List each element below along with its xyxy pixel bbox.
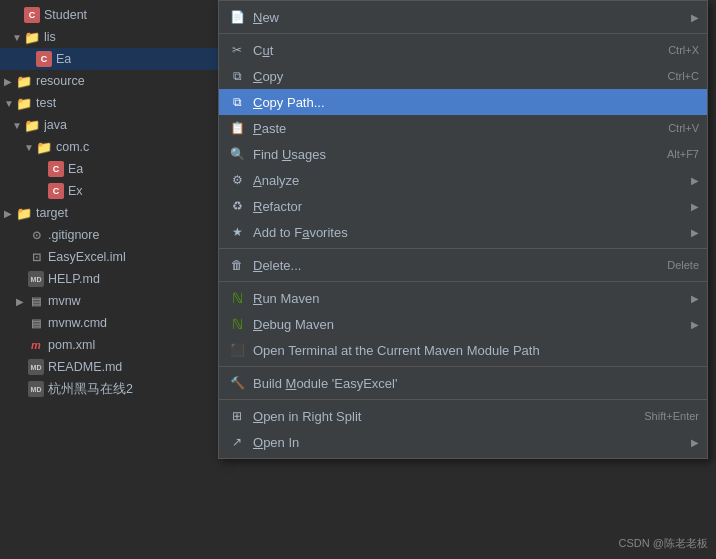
paste-icon: 📋 — [227, 121, 247, 135]
tree-item-test[interactable]: 📁 test — [0, 92, 220, 114]
tree-label: lis — [44, 30, 56, 44]
arrow-down — [12, 32, 24, 43]
watermark: CSDN @陈老老板 — [619, 536, 708, 551]
menu-item-buildmodule[interactable]: 🔨 Build Module 'EasyExcel' — [219, 370, 707, 396]
menu-item-debugmaven[interactable]: ℕ Debug Maven ▶ — [219, 311, 707, 337]
tree-label: pom.xml — [48, 338, 95, 352]
tree-item-lis[interactable]: 📁 lis — [0, 26, 220, 48]
menu-label: Copy — [253, 69, 648, 84]
submenu-arrow: ▶ — [691, 201, 699, 212]
tree-item-readme[interactable]: MD README.md — [0, 356, 220, 378]
md-icon: MD — [28, 271, 44, 287]
tree-item-target[interactable]: 📁 target — [0, 202, 220, 224]
tree-label: EasyExcel.iml — [48, 250, 126, 264]
menu-label: Delete... — [253, 258, 647, 273]
menu-item-analyze[interactable]: ⚙ Analyze ▶ — [219, 167, 707, 193]
arrow-right — [4, 76, 16, 87]
menu-item-runmaven[interactable]: ℕ Run Maven ▶ — [219, 285, 707, 311]
tree-label: test — [36, 96, 56, 110]
menu-item-openinrightsplit[interactable]: ⊞ Open in Right Split Shift+Enter — [219, 403, 707, 429]
submenu-arrow: ▶ — [691, 12, 699, 23]
java-class-icon: C — [48, 161, 64, 177]
tree-item-iml[interactable]: ⊡ EasyExcel.iml — [0, 246, 220, 268]
copypath-icon: ⧉ — [227, 95, 247, 109]
tree-label: Ea — [68, 162, 83, 176]
separator — [219, 366, 707, 367]
tree-label: Ea — [56, 52, 71, 66]
menu-item-openin[interactable]: ↗ Open In ▶ — [219, 429, 707, 455]
submenu-arrow: ▶ — [691, 437, 699, 448]
tree-item-com[interactable]: 📁 com.c — [0, 136, 220, 158]
file-icon: ▤ — [28, 315, 44, 331]
tree-item-ea1[interactable]: C Ea — [0, 48, 220, 70]
tree-item-ex[interactable]: C Ex — [0, 180, 220, 202]
java-class-icon: C — [48, 183, 64, 199]
menu-item-findusages[interactable]: 🔍 Find Usages Alt+F7 — [219, 141, 707, 167]
tree-item-mvnw-cmd[interactable]: ▤ mvnw.cmd — [0, 312, 220, 334]
menu-label: Refactor — [253, 199, 683, 214]
tree-label: resource — [36, 74, 85, 88]
maven-debug-icon: ℕ — [227, 316, 247, 332]
shortcut: Delete — [647, 259, 699, 271]
submenu-arrow: ▶ — [691, 175, 699, 186]
shortcut: Ctrl+X — [648, 44, 699, 56]
arrow-down — [24, 142, 36, 153]
tree-label: README.md — [48, 360, 122, 374]
tree-item-ea2[interactable]: C Ea — [0, 158, 220, 180]
tree-item-resources[interactable]: 📁 resource — [0, 70, 220, 92]
tree-item-hangzhou[interactable]: MD 杭州黑马在线2 — [0, 378, 220, 400]
tree-label: target — [36, 206, 68, 220]
tree-label: HELP.md — [48, 272, 100, 286]
file-tree: C Student 📁 lis C Ea 📁 resource 📁 test 📁… — [0, 0, 220, 559]
shortcut: Ctrl+V — [648, 122, 699, 134]
terminal-icon: ⬛ — [227, 343, 247, 357]
menu-label: Cut — [253, 43, 648, 58]
context-menu: 📄 New ▶ ✂ Cut Ctrl+X ⧉ Copy Ctrl+C ⧉ Cop… — [218, 0, 708, 459]
tree-item-student[interactable]: C Student — [0, 4, 220, 26]
menu-item-delete[interactable]: 🗑 Delete... Delete — [219, 252, 707, 278]
menu-item-refactor[interactable]: ♻ Refactor ▶ — [219, 193, 707, 219]
md-icon: MD — [28, 381, 44, 397]
arrow-down — [4, 98, 16, 109]
menu-item-copy[interactable]: ⧉ Copy Ctrl+C — [219, 63, 707, 89]
menu-item-cut[interactable]: ✂ Cut Ctrl+X — [219, 37, 707, 63]
menu-item-openterminal[interactable]: ⬛ Open Terminal at the Current Maven Mod… — [219, 337, 707, 363]
find-icon: 🔍 — [227, 147, 247, 161]
tree-label: Ex — [68, 184, 83, 198]
folder-icon: 📁 — [36, 139, 52, 155]
submenu-arrow: ▶ — [691, 319, 699, 330]
tree-item-java[interactable]: 📁 java — [0, 114, 220, 136]
menu-item-new[interactable]: 📄 New ▶ — [219, 4, 707, 30]
menu-label: Build Module 'EasyExcel' — [253, 376, 699, 391]
tree-item-pom[interactable]: m pom.xml — [0, 334, 220, 356]
menu-label: New — [253, 10, 683, 25]
tree-label: .gitignore — [48, 228, 99, 242]
maven-run-icon: ℕ — [227, 290, 247, 306]
menu-label: Copy Path... — [253, 95, 699, 110]
file-icon: ▤ — [28, 293, 44, 309]
menu-label: Run Maven — [253, 291, 683, 306]
refactor-icon: ♻ — [227, 199, 247, 213]
menu-label: Analyze — [253, 173, 683, 188]
menu-item-favorites[interactable]: ★ Add to Favorites ▶ — [219, 219, 707, 245]
separator — [219, 399, 707, 400]
menu-item-copypath[interactable]: ⧉ Copy Path... — [219, 89, 707, 115]
split-icon: ⊞ — [227, 409, 247, 423]
shortcut: Ctrl+C — [648, 70, 699, 82]
arrow-right — [16, 296, 28, 307]
tree-item-mvnw[interactable]: ▤ mvnw — [0, 290, 220, 312]
menu-item-paste[interactable]: 📋 Paste Ctrl+V — [219, 115, 707, 141]
folder-icon: 📁 — [24, 29, 40, 45]
build-icon: 🔨 — [227, 376, 247, 390]
tree-item-gitignore[interactable]: ⊙ .gitignore — [0, 224, 220, 246]
tree-label: java — [44, 118, 67, 132]
menu-label: Debug Maven — [253, 317, 683, 332]
folder-icon: 📁 — [16, 95, 32, 111]
delete-icon: 🗑 — [227, 258, 247, 272]
tree-label: 杭州黑马在线2 — [48, 381, 133, 398]
tree-label: com.c — [56, 140, 89, 154]
iml-icon: ⊡ — [28, 249, 44, 265]
tree-item-help[interactable]: MD HELP.md — [0, 268, 220, 290]
shortcut: Shift+Enter — [624, 410, 699, 422]
arrow-right — [4, 208, 16, 219]
